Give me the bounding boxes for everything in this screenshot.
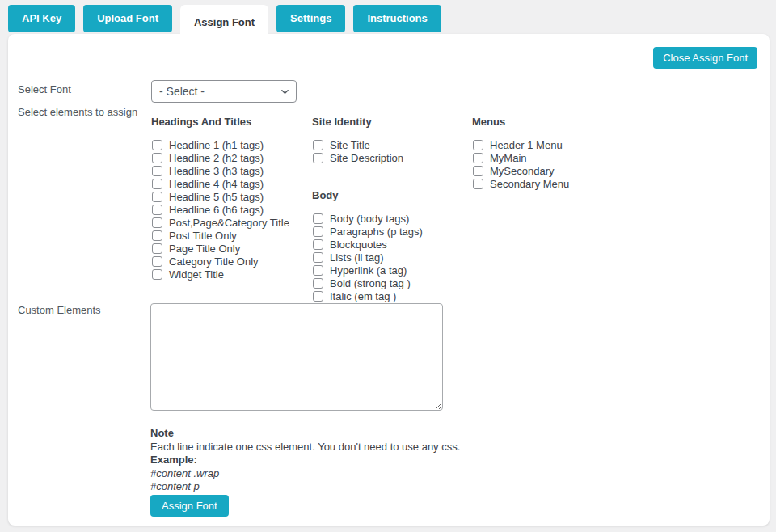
custom-elements-textarea[interactable] xyxy=(150,303,443,411)
checkbox[interactable] xyxy=(313,140,323,150)
note-title: Note xyxy=(150,427,460,441)
checkbox[interactable] xyxy=(152,140,162,150)
group-title: Menus xyxy=(472,116,627,128)
checkbox-row-secondary-menu[interactable]: Secondary Menu xyxy=(472,177,627,190)
checkbox-row-paragraphs[interactable]: Paragraphs (p tags) xyxy=(312,225,467,238)
checkbox-label: Widget Title xyxy=(169,268,224,281)
checkbox-row-post-page-category-title[interactable]: Post,Page&Category Title xyxy=(151,216,306,229)
checkbox-label: Post Title Only xyxy=(169,230,237,242)
checkbox-label: Secondary Menu xyxy=(490,178,569,190)
group-title: Site Identity xyxy=(312,116,467,128)
note-example-line-2: #content p xyxy=(150,480,460,494)
checkbox[interactable] xyxy=(313,239,323,250)
group-title: Body xyxy=(312,189,467,201)
checkbox[interactable] xyxy=(152,243,162,254)
checkbox[interactable] xyxy=(313,265,323,276)
checkbox-row-blockquotes[interactable]: Blockquotes xyxy=(312,238,467,251)
checkbox[interactable] xyxy=(313,153,323,163)
checkbox-label: Headline 1 (h1 tags) xyxy=(169,139,264,151)
group-site-identity-and-body: Site Identity Site Title Site Descriptio… xyxy=(312,116,467,302)
group-menus: Menus Header 1 Menu MyMain MySecondary S… xyxy=(472,116,627,190)
font-select[interactable]: - Select - xyxy=(151,80,297,103)
checkbox[interactable] xyxy=(313,278,323,289)
checkbox-label: Headline 3 (h3 tags) xyxy=(169,165,264,177)
close-assign-font-button[interactable]: Close Assign Font xyxy=(653,47,757,69)
tab-settings[interactable]: Settings xyxy=(276,5,345,32)
note-block: Note Each line indicate one css element.… xyxy=(150,427,460,494)
assign-font-button[interactable]: Assign Font xyxy=(150,495,229,517)
group-headings-and-titles: Headings And Titles Headline 1 (h1 tags)… xyxy=(151,116,306,281)
group-gap xyxy=(312,164,467,189)
checkbox-label: Header 1 Menu xyxy=(490,139,563,151)
checkbox[interactable] xyxy=(313,213,323,224)
checkbox-row-widget-title[interactable]: Widget Title xyxy=(151,268,306,281)
checkbox-label: Category Title Only xyxy=(169,255,259,268)
checkbox-label: Headline 6 (h6 tags) xyxy=(169,204,264,216)
checkbox-row-page-title-only[interactable]: Page Title Only xyxy=(151,242,306,255)
font-select-wrap: - Select - xyxy=(151,80,297,103)
checkbox[interactable] xyxy=(152,192,162,202)
select-elements-label: Select elements to assign xyxy=(18,106,137,118)
tab-api-key[interactable]: API Key xyxy=(8,5,75,32)
note-example-line-1: #content .wrap xyxy=(150,467,460,481)
tab-bar: API Key Upload Font Assign Font Settings… xyxy=(8,5,441,40)
checkbox[interactable] xyxy=(473,166,483,176)
group-rows: Header 1 Menu MyMain MySecondary Seconda… xyxy=(472,138,627,190)
checkbox-row-headline-4[interactable]: Headline 4 (h4 tags) xyxy=(151,177,306,190)
select-font-label: Select Font xyxy=(18,83,71,95)
checkbox[interactable] xyxy=(473,140,483,150)
checkbox[interactable] xyxy=(313,226,323,237)
checkbox[interactable] xyxy=(152,269,162,280)
assign-font-panel: Close Assign Font Select Font - Select -… xyxy=(8,34,770,526)
checkbox-label: Lists (li tag) xyxy=(330,251,383,264)
checkbox-row-lists[interactable]: Lists (li tag) xyxy=(312,251,467,264)
checkbox-label: MySecondary xyxy=(490,165,554,177)
group-title: Headings And Titles xyxy=(151,116,306,128)
checkbox[interactable] xyxy=(152,230,162,241)
custom-elements-label: Custom Elements xyxy=(18,304,101,316)
checkbox-label: Blockquotes xyxy=(330,239,387,251)
checkbox[interactable] xyxy=(152,205,162,215)
checkbox-label: Italic (em tag ) xyxy=(330,290,396,302)
checkbox-row-headline-6[interactable]: Headline 6 (h6 tags) xyxy=(151,203,306,216)
checkbox[interactable] xyxy=(473,179,483,189)
checkbox[interactable] xyxy=(313,252,323,263)
checkbox-row-hyperlink[interactable]: Hyperlink (a tag) xyxy=(312,264,467,277)
tab-upload-font[interactable]: Upload Font xyxy=(83,5,172,32)
checkbox-label: Bold (strong tag ) xyxy=(330,277,411,289)
checkbox-label: Headline 5 (h5 tags) xyxy=(169,191,264,203)
checkbox[interactable] xyxy=(152,256,162,267)
checkbox-row-headline-1[interactable]: Headline 1 (h1 tags) xyxy=(151,138,306,151)
checkbox-row-mymain[interactable]: MyMain xyxy=(472,151,627,164)
checkbox-row-site-title[interactable]: Site Title xyxy=(312,138,467,151)
tab-assign-font[interactable]: Assign Font xyxy=(180,5,268,40)
checkbox[interactable] xyxy=(473,153,483,163)
checkbox-row-headline-5[interactable]: Headline 5 (h5 tags) xyxy=(151,190,306,203)
checkbox-label: Paragraphs (p tags) xyxy=(330,226,423,238)
checkbox-row-headline-3[interactable]: Headline 3 (h3 tags) xyxy=(151,164,306,177)
checkbox-label: Hyperlink (a tag) xyxy=(330,264,407,277)
checkbox[interactable] xyxy=(152,166,162,176)
checkbox-row-mysecondary[interactable]: MySecondary xyxy=(472,164,627,177)
checkbox-row-post-title-only[interactable]: Post Title Only xyxy=(151,229,306,242)
group-rows: Body (body tags) Paragraphs (p tags) Blo… xyxy=(312,212,467,302)
checkbox-row-header-1-menu[interactable]: Header 1 Menu xyxy=(472,138,627,151)
checkbox-row-bold[interactable]: Bold (strong tag ) xyxy=(312,277,467,289)
checkbox-row-headline-2[interactable]: Headline 2 (h2 tags) xyxy=(151,151,306,164)
checkbox[interactable] xyxy=(313,291,323,302)
checkbox-row-italic[interactable]: Italic (em tag ) xyxy=(312,289,467,302)
checkbox-label: MyMain xyxy=(490,152,527,164)
tab-instructions[interactable]: Instructions xyxy=(353,5,441,32)
checkbox-label: Site Description xyxy=(330,152,403,164)
checkbox-row-body[interactable]: Body (body tags) xyxy=(312,212,467,225)
checkbox-row-category-title-only[interactable]: Category Title Only xyxy=(151,255,306,268)
checkbox[interactable] xyxy=(152,153,162,163)
note-body: Each line indicate one css element. You … xyxy=(150,441,460,454)
group-rows: Headline 1 (h1 tags) Headline 2 (h2 tags… xyxy=(151,138,306,281)
checkbox-label: Post,Page&Category Title xyxy=(169,217,289,229)
note-example-label: Example: xyxy=(150,454,460,467)
checkbox[interactable] xyxy=(152,217,162,228)
checkbox[interactable] xyxy=(152,179,162,189)
checkbox-label: Headline 4 (h4 tags) xyxy=(169,178,264,190)
checkbox-row-site-description[interactable]: Site Description xyxy=(312,151,467,164)
